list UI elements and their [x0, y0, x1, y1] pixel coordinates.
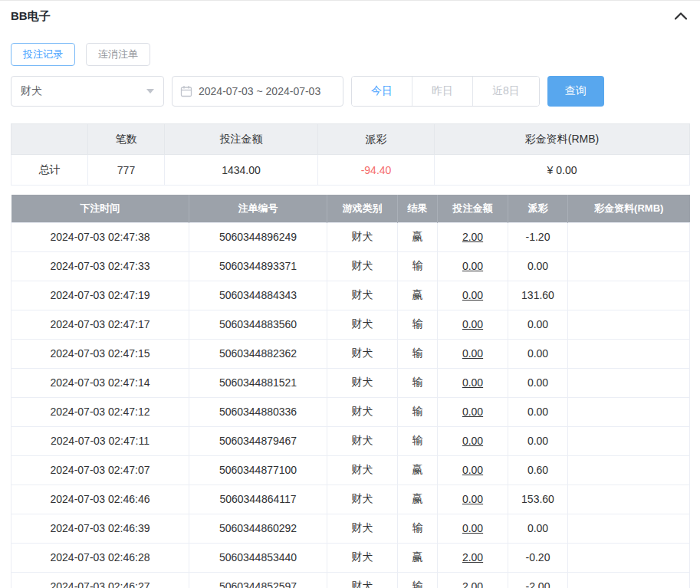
order-number-cell: 5060344882362 — [189, 339, 327, 368]
summary-total-bet-amount: 1434.00 — [165, 155, 318, 186]
bet-time-cell: 2024-07-03 02:46:46 — [12, 485, 189, 514]
bet-time-cell: 2024-07-03 02:47:38 — [12, 222, 189, 251]
bet-time-cell: 2024-07-03 02:46:27 — [12, 572, 189, 588]
payout-cell: -2.00 — [508, 572, 568, 588]
query-button[interactable]: 查询 — [547, 76, 604, 107]
summary-header-empty — [12, 124, 88, 155]
filter-row: 财犬 2024-07-03 ~ 2024-07-03 今日 昨日 近8日 查询 — [11, 76, 689, 107]
bet-amount-link[interactable]: 2.00 — [438, 572, 508, 588]
result-cell: 输 — [398, 514, 438, 543]
bet-time-cell: 2024-07-03 02:47:11 — [12, 426, 189, 455]
table-row: 2024-07-03 02:47:155060344882362财犬输0.000… — [12, 339, 690, 368]
chevron-down-icon — [146, 89, 154, 94]
order-number-cell: 5060344896249 — [189, 222, 327, 251]
header-game-type: 游戏类别 — [327, 195, 398, 222]
payout-cell: 153.60 — [508, 485, 568, 514]
last-8-days-button[interactable]: 近8日 — [472, 77, 539, 106]
payout-cell: 0.00 — [508, 339, 568, 368]
table-row: 2024-07-03 02:47:075060344877100财犬赢0.000… — [12, 455, 690, 485]
result-cell: 赢 — [398, 485, 438, 514]
order-number-cell: 5060344877100 — [189, 455, 327, 485]
yesterday-button[interactable]: 昨日 — [412, 77, 472, 106]
bet-time-cell: 2024-07-03 02:47:33 — [12, 251, 189, 281]
game-type-cell: 财犬 — [327, 455, 398, 485]
bonus-cell — [568, 514, 690, 543]
bet-amount-link[interactable]: 2.00 — [438, 222, 508, 251]
table-row: 2024-07-03 02:47:145060344881521财犬输0.000… — [12, 368, 690, 397]
bet-amount-link[interactable]: 0.00 — [438, 485, 508, 514]
bonus-cell — [568, 251, 690, 281]
game-type-cell: 财犬 — [327, 339, 398, 368]
collapse-chevron-up-icon[interactable] — [672, 8, 689, 25]
summary-header-bonus: 彩金资料(RMB) — [435, 124, 690, 155]
result-cell: 输 — [398, 251, 438, 281]
bonus-cell — [568, 310, 690, 339]
result-cell: 赢 — [398, 281, 438, 310]
bet-amount-link[interactable]: 0.00 — [438, 310, 508, 339]
order-number-cell: 5060344852597 — [189, 572, 327, 588]
order-number-cell: 5060344853440 — [189, 543, 327, 572]
header-order-number: 注单编号 — [189, 195, 327, 222]
bet-time-cell: 2024-07-03 02:47:19 — [12, 281, 189, 310]
header-bet-time: 下注时间 — [12, 195, 189, 222]
header-bonus: 彩金资料(RMB) — [568, 195, 690, 222]
bonus-cell — [568, 397, 690, 426]
order-number-cell: 5060344883560 — [189, 310, 327, 339]
header-result: 结果 — [398, 195, 438, 222]
bonus-cell — [568, 485, 690, 514]
bet-time-cell: 2024-07-03 02:47:12 — [12, 397, 189, 426]
game-type-cell: 财犬 — [327, 397, 398, 426]
bet-amount-link[interactable]: 0.00 — [438, 281, 508, 310]
summary-header-row: 笔数 投注金额 派彩 彩金资料(RMB) — [12, 124, 690, 155]
bet-amount-link[interactable]: 0.00 — [438, 455, 508, 485]
bet-records-table: 下注时间 注单编号 游戏类别 结果 投注金额 派彩 彩金资料(RMB) 2024… — [11, 195, 690, 588]
bonus-cell — [568, 368, 690, 397]
table-row: 2024-07-03 02:47:195060344884343财犬赢0.001… — [12, 281, 690, 310]
payout-cell: -1.20 — [508, 222, 568, 251]
bet-amount-link[interactable]: 0.00 — [438, 426, 508, 455]
order-number-cell: 5060344893371 — [189, 251, 327, 281]
bet-time-cell: 2024-07-03 02:46:39 — [12, 514, 189, 543]
bet-amount-link[interactable]: 0.00 — [438, 514, 508, 543]
order-number-cell: 5060344880336 — [189, 397, 327, 426]
game-select[interactable]: 财犬 — [11, 76, 164, 107]
calendar-icon — [180, 85, 192, 97]
bet-amount-link[interactable]: 0.00 — [438, 339, 508, 368]
summary-header-payout: 派彩 — [318, 124, 435, 155]
result-cell: 输 — [398, 572, 438, 588]
date-range-input[interactable]: 2024-07-03 ~ 2024-07-03 — [172, 76, 343, 107]
tab-bet-records[interactable]: 投注记录 — [11, 43, 75, 66]
result-cell: 赢 — [398, 222, 438, 251]
game-type-cell: 财犬 — [327, 543, 398, 572]
summary-header-bet-amount: 投注金额 — [165, 124, 318, 155]
bet-amount-link[interactable]: 0.00 — [438, 397, 508, 426]
panel-title: BB电子 — [11, 9, 51, 24]
bet-amount-link[interactable]: 0.00 — [438, 251, 508, 281]
date-range-value: 2024-07-03 ~ 2024-07-03 — [199, 85, 320, 97]
result-cell: 输 — [398, 368, 438, 397]
table-row: 2024-07-03 02:47:115060344879467财犬输0.000… — [12, 426, 690, 455]
bet-amount-link[interactable]: 2.00 — [438, 543, 508, 572]
bet-amount-link[interactable]: 0.00 — [438, 368, 508, 397]
order-number-cell: 5060344884343 — [189, 281, 327, 310]
game-type-cell: 财犬 — [327, 572, 398, 588]
order-number-cell: 5060344860292 — [189, 514, 327, 543]
today-button[interactable]: 今日 — [352, 77, 412, 106]
bet-time-cell: 2024-07-03 02:47:15 — [12, 339, 189, 368]
result-cell: 赢 — [398, 455, 438, 485]
table-row: 2024-07-03 02:47:175060344883560财犬输0.000… — [12, 310, 690, 339]
summary-table: 笔数 投注金额 派彩 彩金资料(RMB) 总计 777 1434.00 -94.… — [11, 123, 690, 186]
result-cell: 赢 — [398, 543, 438, 572]
bet-time-cell: 2024-07-03 02:47:14 — [12, 368, 189, 397]
result-cell: 输 — [398, 339, 438, 368]
order-number-cell: 5060344881521 — [189, 368, 327, 397]
table-row: 2024-07-03 02:46:275060344852597财犬输2.00-… — [12, 572, 690, 588]
summary-total-bonus: ¥ 0.00 — [435, 155, 690, 186]
header-payout: 派彩 — [508, 195, 568, 222]
bonus-cell — [568, 222, 690, 251]
result-cell: 输 — [398, 426, 438, 455]
tab-cancelled-orders[interactable]: 连消注单 — [86, 43, 150, 66]
bonus-cell — [568, 426, 690, 455]
summary-total-count: 777 — [88, 155, 165, 186]
bet-table-header-row: 下注时间 注单编号 游戏类别 结果 投注金额 派彩 彩金资料(RMB) — [12, 195, 690, 222]
